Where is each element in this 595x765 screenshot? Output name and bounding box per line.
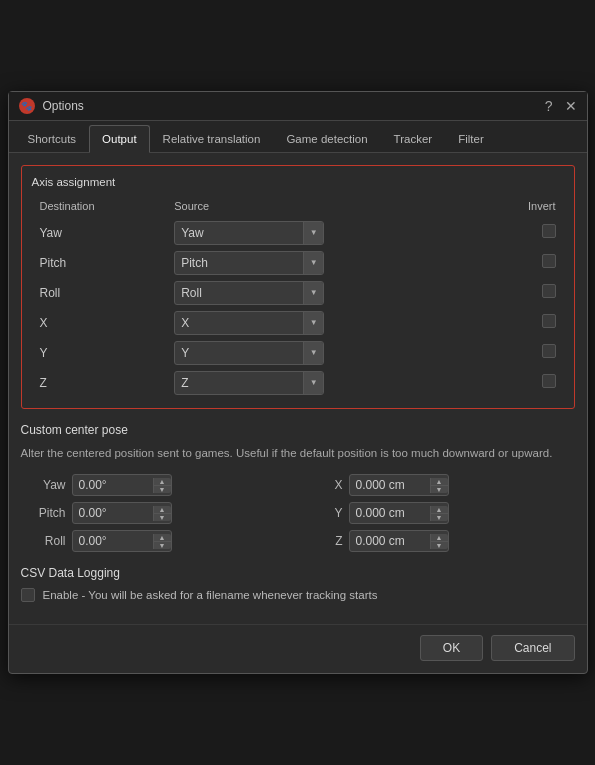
help-button[interactable]: ? <box>545 98 553 114</box>
close-button[interactable]: ✕ <box>565 98 577 114</box>
invert-checkbox-pitch[interactable] <box>542 254 556 268</box>
pose-yaw-spin-buttons: ▲ ▼ <box>153 478 171 493</box>
pose-x-spinner: ▲ ▼ <box>349 474 449 496</box>
ok-button[interactable]: OK <box>420 635 483 661</box>
axis-invert-roll <box>481 278 564 308</box>
table-row: YYawPitchRollXYZDisabled▼ <box>32 338 564 368</box>
pose-grid: Yaw ▲ ▼ X ▲ <box>21 474 575 552</box>
window-title: Options <box>43 99 84 113</box>
pose-x-down[interactable]: ▼ <box>431 486 448 493</box>
pose-y-label: Y <box>308 506 343 520</box>
axis-select-x[interactable]: YawPitchRollXYZDisabled <box>175 313 303 333</box>
axis-dropdown-z: YawPitchRollXYZDisabled▼ <box>174 371 324 395</box>
table-row: RollYawPitchRollXYZDisabled▼ <box>32 278 564 308</box>
pose-roll-spin-buttons: ▲ ▼ <box>153 534 171 549</box>
tab-filter[interactable]: Filter <box>445 125 497 152</box>
axis-src-x: YawPitchRollXYZDisabled▼ <box>166 308 481 338</box>
axis-dropdown-yaw: YawPitchRollXYZDisabled▼ <box>174 221 324 245</box>
csv-enable-label: Enable - You will be asked for a filenam… <box>43 589 378 601</box>
table-row: YawYawPitchRollXYZDisabled▼ <box>32 218 564 248</box>
axis-src-pitch: YawPitchRollXYZDisabled▼ <box>166 248 481 278</box>
axis-src-z: YawPitchRollXYZDisabled▼ <box>166 368 481 398</box>
axis-dropdown-x: YawPitchRollXYZDisabled▼ <box>174 311 324 335</box>
axis-dest-x: X <box>32 308 167 338</box>
pose-pitch-input[interactable] <box>73 503 153 523</box>
pose-x-spin-buttons: ▲ ▼ <box>430 478 448 493</box>
tab-bar: Shortcuts Output Relative translation Ga… <box>9 121 587 153</box>
pose-pitch-spinner: ▲ ▼ <box>72 502 172 524</box>
axis-invert-x <box>481 308 564 338</box>
axis-dropdown-pitch: YawPitchRollXYZDisabled▼ <box>174 251 324 275</box>
tab-output[interactable]: Output <box>89 125 150 153</box>
csv-checkbox-row: Enable - You will be asked for a filenam… <box>21 588 575 602</box>
axis-select-y[interactable]: YawPitchRollXYZDisabled <box>175 343 303 363</box>
pose-pitch-up[interactable]: ▲ <box>154 506 171 514</box>
pose-y-input[interactable] <box>350 503 430 523</box>
invert-checkbox-y[interactable] <box>542 344 556 358</box>
axis-select-roll[interactable]: YawPitchRollXYZDisabled <box>175 283 303 303</box>
axis-dest-y: Y <box>32 338 167 368</box>
tab-content: Axis assignment Destination Source Inver… <box>9 153 587 624</box>
pose-row-roll: Roll ▲ ▼ <box>31 530 288 552</box>
axis-dest-yaw: Yaw <box>32 218 167 248</box>
col-destination: Destination <box>32 198 167 218</box>
pose-roll-input[interactable] <box>73 531 153 551</box>
tab-relative-translation[interactable]: Relative translation <box>150 125 274 152</box>
pose-row-pitch: Pitch ▲ ▼ <box>31 502 288 524</box>
axis-select-yaw[interactable]: YawPitchRollXYZDisabled <box>175 223 303 243</box>
col-source: Source <box>166 198 481 218</box>
pose-y-up[interactable]: ▲ <box>431 506 448 514</box>
pose-x-input[interactable] <box>350 475 430 495</box>
custom-center-pose-section: Custom center pose Alter the centered po… <box>21 423 575 552</box>
pose-yaw-up[interactable]: ▲ <box>154 478 171 486</box>
pose-yaw-label: Yaw <box>31 478 66 492</box>
cancel-button[interactable]: Cancel <box>491 635 574 661</box>
pose-roll-down[interactable]: ▼ <box>154 542 171 549</box>
pose-z-down[interactable]: ▼ <box>431 542 448 549</box>
axis-dest-z: Z <box>32 368 167 398</box>
col-invert: Invert <box>481 198 564 218</box>
tab-tracker[interactable]: Tracker <box>381 125 446 152</box>
pose-y-down[interactable]: ▼ <box>431 514 448 521</box>
pose-roll-up[interactable]: ▲ <box>154 534 171 542</box>
pose-x-up[interactable]: ▲ <box>431 478 448 486</box>
pose-z-input[interactable] <box>350 531 430 551</box>
pose-row-y: Y ▲ ▼ <box>308 502 565 524</box>
axis-table: Destination Source Invert YawYawPitchRol… <box>32 198 564 398</box>
pose-z-up[interactable]: ▲ <box>431 534 448 542</box>
pose-z-label: Z <box>308 534 343 548</box>
csv-logging-section: CSV Data Logging Enable - You will be as… <box>21 566 575 602</box>
invert-checkbox-z[interactable] <box>542 374 556 388</box>
pose-z-spin-buttons: ▲ ▼ <box>430 534 448 549</box>
chevron-down-icon: ▼ <box>303 342 323 364</box>
csv-logging-title: CSV Data Logging <box>21 566 575 580</box>
axis-dest-roll: Roll <box>32 278 167 308</box>
pose-yaw-down[interactable]: ▼ <box>154 486 171 493</box>
axis-assignment-section: Axis assignment Destination Source Inver… <box>21 165 575 409</box>
axis-select-z[interactable]: YawPitchRollXYZDisabled <box>175 373 303 393</box>
table-row: ZYawPitchRollXYZDisabled▼ <box>32 368 564 398</box>
axis-assignment-title: Axis assignment <box>32 176 564 188</box>
pose-pitch-down[interactable]: ▼ <box>154 514 171 521</box>
custom-center-pose-title: Custom center pose <box>21 423 575 437</box>
pose-y-spinner: ▲ ▼ <box>349 502 449 524</box>
csv-enable-checkbox[interactable] <box>21 588 35 602</box>
axis-src-y: YawPitchRollXYZDisabled▼ <box>166 338 481 368</box>
invert-checkbox-roll[interactable] <box>542 284 556 298</box>
pose-yaw-input[interactable] <box>73 475 153 495</box>
dialog-footer: OK Cancel <box>9 624 587 673</box>
invert-checkbox-x[interactable] <box>542 314 556 328</box>
pose-roll-label: Roll <box>31 534 66 548</box>
chevron-down-icon: ▼ <box>303 372 323 394</box>
chevron-down-icon: ▼ <box>303 252 323 274</box>
axis-invert-y <box>481 338 564 368</box>
axis-select-pitch[interactable]: YawPitchRollXYZDisabled <box>175 253 303 273</box>
pose-row-yaw: Yaw ▲ ▼ <box>31 474 288 496</box>
axis-invert-yaw <box>481 218 564 248</box>
tab-game-detection[interactable]: Game detection <box>273 125 380 152</box>
invert-checkbox-yaw[interactable] <box>542 224 556 238</box>
tab-shortcuts[interactable]: Shortcuts <box>15 125 90 152</box>
chevron-down-icon: ▼ <box>303 222 323 244</box>
pose-yaw-spinner: ▲ ▼ <box>72 474 172 496</box>
title-bar-left: 🐾 Options <box>19 98 84 114</box>
